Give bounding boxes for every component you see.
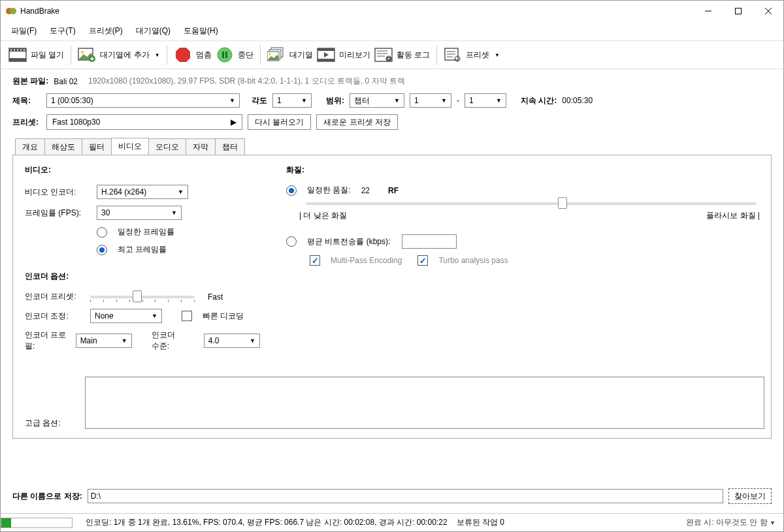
angle-select[interactable]: 1▼ [272,93,312,108]
tab-subtitles[interactable]: 자막 [186,138,216,155]
tab-panel-video: 비디오: 비디오 인코더: H.264 (x264)▼ 프레임률 (FPS): … [12,155,772,439]
angle-value: 1 [277,96,282,105]
tab-video[interactable]: 비디오 [111,138,149,155]
menu-file[interactable]: 파일(F) [6,23,42,39]
fps-constant-label: 일정한 프레임률 [118,227,174,238]
preset-label: 프리셋: [12,117,41,128]
toolbar-open[interactable]: 파일 열기 [8,46,64,64]
tab-summary[interactable]: 개요 [15,138,45,155]
preview-icon [317,46,335,64]
pause-icon [216,46,234,64]
range-from-select[interactable]: 1▼ [410,93,451,108]
slider-left-label: | 더 낮은 화질 [299,210,347,221]
minimize-button[interactable] [693,1,723,22]
toolbar-pause-label: 중단 [238,50,253,61]
toolbar-queue[interactable]: 대기열 [267,46,313,64]
tab-audio[interactable]: 오디오 [148,138,186,155]
toolbar-pause[interactable]: 중단 [216,46,253,64]
source-name: Bali 02 [54,77,78,86]
angle-label: 각도 [252,95,267,106]
advanced-label: 고급 옵션: [25,418,61,429]
menu-tools[interactable]: 도구(T) [44,23,80,39]
range-type-select[interactable]: 챕터▼ [350,93,404,108]
advanced-textarea[interactable] [85,377,764,429]
enctune-label: 인코더 조정: [25,311,84,322]
multipass-check[interactable]: ✓ [310,255,320,266]
enctune-select[interactable]: None▼ [90,309,162,323]
turbo-check[interactable]: ✓ [417,255,428,266]
tab-filters[interactable]: 필터 [82,138,112,155]
toolbar-sep [167,45,167,65]
enclevel-select[interactable]: 4.0▼ [204,334,260,348]
tabs: 개요 해상도 필터 비디오 오디오 자막 챕터 [12,138,772,155]
toolbar-stop[interactable]: 멈춤 [174,46,212,64]
encpreset-value: Fast [208,292,223,302]
duration-label: 지속 시간: [521,95,557,106]
svg-rect-29 [318,59,335,61]
menu-presets[interactable]: 프리셋(P) [84,23,128,39]
encprofile-select[interactable]: Main▼ [76,334,132,348]
app-icon [6,6,16,16]
tab-chapters[interactable]: 챕터 [215,138,245,155]
bitrate-radio[interactable] [286,236,297,247]
maximize-button[interactable] [723,1,753,22]
status-encoding: 인코딩: 1개 중 1개 완료, 13.61%, FPS: 070.4, 평균 … [86,517,448,528]
encoder-options-header: 인코더 옵션: [25,271,260,282]
app-title: HandBrake [20,7,59,16]
svg-marker-30 [324,52,329,57]
svg-point-1 [10,8,16,14]
source-label: 원본 파일: [12,76,48,87]
save-preset-button[interactable]: 새로운 프리셋 저장 [316,114,398,130]
toolbar-preview[interactable]: 미리보기 [317,46,370,64]
encpreset-slider[interactable] [90,296,195,298]
cq-radio[interactable] [286,185,297,196]
toolbar-open-label: 파일 열기 [31,50,64,61]
bitrate-input[interactable] [402,234,457,249]
fps-peak-radio[interactable] [97,245,107,255]
progress-bar [1,518,73,528]
toolbar-presets[interactable]: 프리셋 ▼ [444,46,500,64]
close-button[interactable] [753,1,783,22]
fps-label: 프레임률 (FPS): [25,208,90,219]
toolbar-preview-label: 미리보기 [339,50,370,61]
svg-rect-10 [14,50,15,51]
range-to-select[interactable]: 1▼ [465,93,506,108]
encprofile-value: Main [80,336,97,345]
statusbar: 인코딩: 1개 중 1개 완료, 13.61%, FPS: 070.4, 평균 … [1,513,783,531]
dropdown-arrow-icon[interactable]: ▼ [495,52,500,58]
tab-dimensions[interactable]: 해상도 [44,138,82,155]
toolbar-sep [260,45,261,65]
enclevel-value: 4.0 [208,336,220,345]
reload-button[interactable]: 다시 불러오기 [248,114,311,130]
toolbar-log[interactable]: 활동 로그 [374,46,430,64]
saveas-label: 다른 이름으로 저장: [12,491,82,502]
range-to: 1 [469,96,474,105]
title-select[interactable]: 1 (00:05:30)▼ [46,93,240,108]
quality-section-header: 화질: [286,164,760,176]
encoder-value: H.264 (x264) [101,187,146,196]
saveas-input[interactable] [88,489,723,503]
range-type: 챕터 [354,95,370,106]
fastdecode-check[interactable] [182,311,192,321]
cq-value: 22 [361,186,370,195]
fps-peak-label: 최고 프레임률 [118,244,167,255]
play-icon: ▶ [231,117,237,127]
dropdown-arrow-icon[interactable]: ▼ [155,52,160,58]
encoder-select[interactable]: H.264 (x264)▼ [97,185,188,199]
toolbar-addqueue[interactable]: 대기열에 추가 ▼ [78,46,159,64]
browse-button[interactable]: 찾아보기 [728,488,772,504]
titlebar: HandBrake [1,1,783,22]
quality-slider[interactable] [306,202,757,205]
slider-right-label: 플라시보 화질 | [706,210,760,221]
menu-help[interactable]: 도움말(H) [178,23,223,39]
svg-rect-28 [318,48,335,51]
duration-value: 00:05:30 [562,96,593,105]
range-from: 1 [414,96,419,105]
film-icon [8,46,27,64]
fps-constant-radio[interactable] [97,227,107,238]
bitrate-label: 평균 비트전송률 (kbps): [307,236,390,247]
status-done[interactable]: 완료 시: 아무것도 안 함 ▼ [686,517,776,528]
menu-queue[interactable]: 대기열(Q) [131,23,176,39]
fps-select[interactable]: 30▼ [97,206,182,220]
preset-select[interactable]: Fast 1080p30 ▶ [46,114,242,130]
